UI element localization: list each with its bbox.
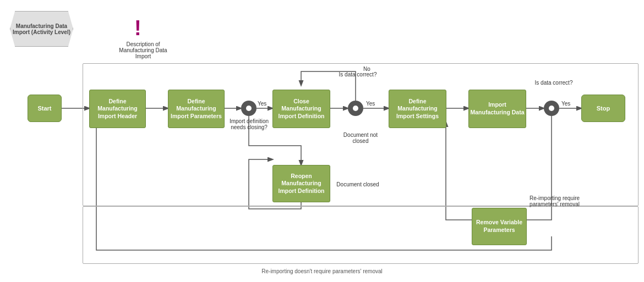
gateway-1-label: Import definition needs closing? — [228, 118, 270, 130]
diagram: Manufacturing Data Import (Activity Leve… — [0, 0, 644, 282]
close-def-node: Close Manufacturing Import Definition — [272, 90, 330, 128]
remove-params-node: Remove Variable Parameters — [472, 208, 527, 245]
activity-label: Manufacturing Data Import (Activity Leve… — [10, 11, 73, 47]
import-data-node: Import Manufacturing Data — [468, 90, 526, 128]
reopen-def-node: Reopen Manufacturing Import Definition — [272, 165, 330, 202]
gateway-2-yes-label: Yes — [366, 101, 375, 107]
gateway-2-no-label: No — [363, 66, 370, 72]
define-settings-node: Define Manufacturing Import Settings — [389, 90, 446, 128]
gateway-1-yes-label: Yes — [258, 101, 266, 107]
gateway-3-yes-label: Yes — [561, 101, 570, 107]
stop-node: Stop — [581, 95, 625, 122]
doc-not-closed-label: Document not closed — [336, 132, 385, 144]
reimport-req-label: Re-importing require parameters' removal — [528, 195, 581, 207]
gateway-1 — [241, 101, 256, 116]
lane-bottom — [83, 206, 638, 264]
exclamation-icon: ! — [134, 16, 141, 40]
define-header-node: Define Manufacturing Import Header — [89, 90, 146, 128]
gateway-3 — [544, 101, 559, 116]
gateway-2 — [348, 101, 363, 116]
gateway-2-label: Is data correct? — [336, 71, 380, 78]
define-params-node: Define Manufacturing Import Parameters — [168, 90, 225, 128]
start-node: Start — [28, 95, 62, 122]
description-label: Description of Manufacturing Data Import — [116, 41, 171, 59]
gateway-3-label: Is data correct? — [532, 80, 576, 86]
reimport-not-req-label: Re-importing doesn't require parameters'… — [171, 268, 473, 274]
doc-closed-label: Document closed — [333, 181, 383, 187]
